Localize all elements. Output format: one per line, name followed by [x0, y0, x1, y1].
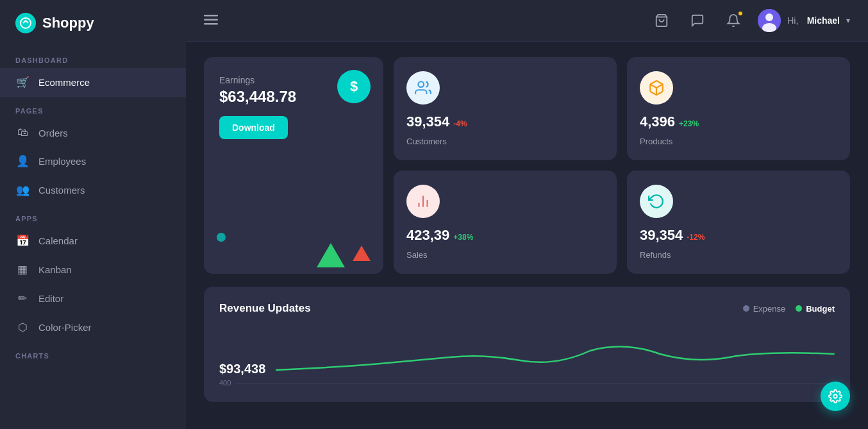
- svg-point-13: [833, 394, 837, 398]
- sales-stat-icon: [406, 185, 440, 218]
- revenue-header: Revenue Updates Expense Budget: [219, 302, 835, 315]
- dashboard-content: Earnings $63,448.78 Download $: [186, 42, 868, 429]
- sidebar-label-ecommerce: Ecommerce: [38, 77, 90, 88]
- stat-card-sales: 423,39 +38% Sales: [394, 171, 617, 274]
- stat-card-customers: 39,354 -4% Customers: [394, 57, 617, 160]
- sidebar-item-orders[interactable]: 🛍 Orders: [0, 119, 186, 147]
- cart-button[interactable]: [650, 9, 673, 32]
- chart-area: [276, 338, 835, 376]
- y-axis-label: 400: [219, 379, 231, 387]
- legend-expense: Expense: [743, 304, 786, 314]
- customers-stat-label: Customers: [406, 137, 604, 146]
- refunds-stat-label: Refunds: [640, 250, 837, 260]
- sidebar-label-editor: Editor: [38, 293, 63, 304]
- greeting-text: Hi,: [787, 15, 798, 26]
- sidebar-item-calendar[interactable]: 📅 Calendar: [0, 226, 186, 255]
- svg-rect-1: [204, 15, 218, 17]
- settings-fab[interactable]: [821, 382, 850, 411]
- sidebar-label-color-picker: Color-Picker: [38, 322, 92, 333]
- products-stat-label: Products: [640, 137, 837, 146]
- sidebar-label-calendar: Calendar: [38, 235, 78, 246]
- notification-badge: [737, 10, 744, 17]
- sidebar-label-orders: Orders: [38, 128, 68, 139]
- main-content: Hi, Michael ▾ Earnings $63,448.78 Downlo…: [186, 0, 868, 429]
- sidebar-item-customers[interactable]: 👥 Customers: [0, 176, 186, 205]
- revenue-chart: $93,438: [219, 325, 835, 376]
- earnings-card: Earnings $63,448.78 Download $: [204, 57, 383, 274]
- sidebar-label-customers: Customers: [38, 185, 85, 196]
- editor-icon: ✏: [15, 292, 29, 305]
- sales-stat-label: Sales: [406, 250, 604, 260]
- decorative-circle: [217, 233, 226, 242]
- decorative-triangle-red: [353, 246, 371, 261]
- ecommerce-icon: 🛒: [15, 76, 29, 89]
- header-left: [204, 13, 218, 28]
- legend-budget: Budget: [796, 304, 835, 314]
- svg-point-0: [21, 18, 31, 28]
- stat-card-refunds: 39,354 -12% Refunds: [627, 171, 850, 274]
- employees-icon: 👤: [15, 155, 29, 168]
- logo-icon: [15, 13, 36, 33]
- stat-card-products: 4,396 +23% Products: [627, 57, 850, 160]
- chevron-down-icon: ▾: [846, 16, 850, 25]
- app-logo[interactable]: Shoppy: [0, 0, 186, 46]
- sidebar-item-kanban[interactable]: ▦ Kanban: [0, 255, 186, 284]
- header-right: Hi, Michael ▾: [650, 9, 850, 32]
- cards-row: Earnings $63,448.78 Download $: [204, 57, 850, 274]
- sidebar-item-ecommerce[interactable]: 🛒 Ecommerce: [0, 68, 186, 97]
- stats-grid: 39,354 -4% Customers 4,: [394, 57, 850, 274]
- user-greeting: Hi, Michael: [787, 15, 840, 26]
- chart-y-axis: 400: [219, 379, 835, 387]
- earnings-dollar-icon: $: [337, 70, 371, 103]
- sidebar-item-editor[interactable]: ✏ Editor: [0, 284, 186, 313]
- pages-section-label: PAGES: [0, 97, 186, 119]
- sales-stat-number: 423,39 +38%: [406, 227, 604, 244]
- header: Hi, Michael ▾: [186, 0, 868, 42]
- revenue-title: Revenue Updates: [219, 302, 311, 315]
- products-stat-number: 4,396 +23%: [640, 114, 837, 130]
- svg-rect-2: [204, 19, 218, 21]
- kanban-icon: ▦: [15, 263, 29, 276]
- chart-legend: Expense Budget: [743, 304, 835, 314]
- sidebar: Shoppy DASHBOARD 🛒 Ecommerce PAGES 🛍 Ord…: [0, 0, 186, 429]
- sidebar-label-employees: Employees: [38, 156, 86, 167]
- svg-point-6: [765, 13, 773, 21]
- revenue-section: Revenue Updates Expense Budget $93,438: [204, 287, 850, 402]
- budget-dot: [796, 305, 802, 312]
- username-text: Michael: [807, 15, 840, 26]
- user-info[interactable]: Hi, Michael ▾: [758, 9, 850, 32]
- avatar: [758, 9, 781, 32]
- notification-button[interactable]: [722, 9, 745, 32]
- budget-label: Budget: [806, 304, 835, 314]
- orders-icon: 🛍: [15, 126, 29, 139]
- charts-section-label: CHARTS: [0, 342, 186, 364]
- hamburger-icon[interactable]: [204, 13, 218, 28]
- svg-point-8: [418, 81, 424, 87]
- chart-left: $93,438: [219, 362, 265, 376]
- products-stat-icon: [640, 71, 673, 105]
- chat-button[interactable]: [686, 9, 709, 32]
- refunds-stat-number: 39,354 -12%: [640, 227, 837, 244]
- dashboard-section-label: DASHBOARD: [0, 46, 186, 68]
- refunds-stat-icon: [640, 185, 673, 218]
- customers-stat-number: 39,354 -4%: [406, 114, 604, 130]
- y-axis-line: [235, 383, 835, 383]
- sidebar-label-kanban: Kanban: [38, 264, 72, 275]
- sidebar-item-color-picker[interactable]: ⬡ Color-Picker: [0, 313, 186, 342]
- customers-icon: 👥: [15, 183, 29, 197]
- chart-amount: $93,438: [219, 362, 265, 376]
- customers-stat-icon: [406, 71, 440, 105]
- expense-dot: [743, 305, 749, 312]
- sidebar-item-employees[interactable]: 👤 Employees: [0, 147, 186, 176]
- calendar-icon: 📅: [15, 234, 29, 248]
- decorative-triangle-green: [317, 243, 345, 267]
- download-button[interactable]: Download: [219, 116, 288, 139]
- app-name: Shoppy: [42, 15, 94, 31]
- svg-rect-3: [204, 23, 218, 25]
- color-picker-icon: ⬡: [15, 321, 29, 334]
- expense-label: Expense: [753, 304, 786, 314]
- apps-section-label: APPS: [0, 205, 186, 226]
